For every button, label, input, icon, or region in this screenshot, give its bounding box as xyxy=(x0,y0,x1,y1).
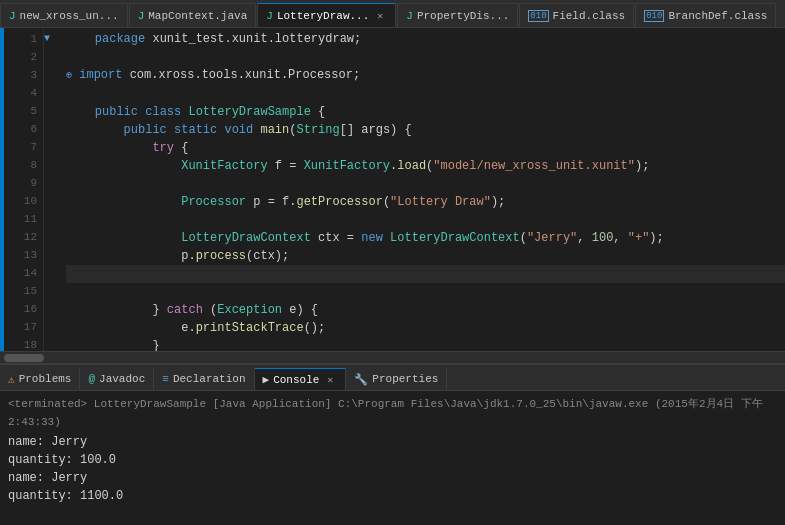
horizontal-scrollbar[interactable] xyxy=(0,351,785,363)
tab-label: LotteryDraw... xyxy=(277,10,369,22)
tab-branchdef-class[interactable]: 010 BranchDef.class xyxy=(635,3,776,27)
console-icon: ▶ xyxy=(263,373,270,386)
tab-lotterydraw[interactable]: J LotteryDraw... ✕ xyxy=(257,3,396,27)
panel-tab-label: Javadoc xyxy=(99,373,145,385)
tab-close-icon[interactable]: ✕ xyxy=(373,9,387,23)
tab-field-class[interactable]: 010 Field.class xyxy=(519,3,634,27)
editor-area: 1 2 3 4 5 6 7 8 9 10 11 12 13 14 15 16 1… xyxy=(0,28,785,363)
panel-tab-problems[interactable]: ⚠ Problems xyxy=(0,368,80,390)
console-line-3: name: Jerry xyxy=(8,469,777,487)
panel-tab-label: Properties xyxy=(372,373,438,385)
panel-tab-properties[interactable]: 🔧 Properties xyxy=(346,368,447,390)
javadoc-icon: @ xyxy=(88,373,95,385)
code-container: 1 2 3 4 5 6 7 8 9 10 11 12 13 14 15 16 1… xyxy=(0,28,785,351)
java-file-icon: J xyxy=(138,10,145,22)
java-file-icon: J xyxy=(9,10,16,22)
class-file-icon: 010 xyxy=(644,10,664,22)
java-file-icon: J xyxy=(266,10,273,22)
tab-mapcontext[interactable]: J MapContext.java xyxy=(129,3,257,27)
tab-propertydis[interactable]: J PropertyDis... xyxy=(397,3,518,27)
bottom-panel: ⚠ Problems @ Javadoc ≡ Declaration ▶ Con… xyxy=(0,363,785,525)
class-file-icon: 010 xyxy=(528,10,548,22)
panel-tab-label: Problems xyxy=(19,373,72,385)
console-line-2: quantity: 100.0 xyxy=(8,451,777,469)
problems-icon: ⚠ xyxy=(8,373,15,386)
tab-label: PropertyDis... xyxy=(417,10,509,22)
tab-label: BranchDef.class xyxy=(668,10,767,22)
console-output-area: <terminated> LotteryDrawSample [Java App… xyxy=(0,391,785,525)
declaration-icon: ≡ xyxy=(162,373,169,385)
panel-tab-javadoc[interactable]: @ Javadoc xyxy=(80,368,154,390)
panel-tab-bar: ⚠ Problems @ Javadoc ≡ Declaration ▶ Con… xyxy=(0,365,785,391)
tab-label: new_xross_un... xyxy=(20,10,119,22)
tab-label: MapContext.java xyxy=(148,10,247,22)
panel-tab-console[interactable]: ▶ Console ✕ xyxy=(255,368,347,390)
editor-tab-bar: J new_xross_un... J MapContext.java J Lo… xyxy=(0,0,785,28)
panel-tab-declaration[interactable]: ≡ Declaration xyxy=(154,368,254,390)
panel-tab-label: Console xyxy=(273,374,319,386)
properties-icon: 🔧 xyxy=(354,373,368,386)
console-line-1: name: Jerry xyxy=(8,433,777,451)
tab-new-xross[interactable]: J new_xross_un... xyxy=(0,3,128,27)
console-line-4: quantity: 1100.0 xyxy=(8,487,777,505)
code-editor[interactable]: package xunit_test.xunit.lotterydraw; ⊕ … xyxy=(58,28,785,351)
scrollbar-thumb[interactable] xyxy=(4,354,44,362)
line-numbers: 1 2 3 4 5 6 7 8 9 10 11 12 13 14 15 16 1… xyxy=(4,28,44,351)
panel-tab-label: Declaration xyxy=(173,373,246,385)
fold-gutter: ▼ xyxy=(44,28,58,351)
panel-tab-close-icon[interactable]: ✕ xyxy=(323,373,337,387)
tab-label: Field.class xyxy=(553,10,626,22)
console-terminated-line: <terminated> LotteryDrawSample [Java App… xyxy=(8,395,777,431)
java-file-icon: J xyxy=(406,10,413,22)
